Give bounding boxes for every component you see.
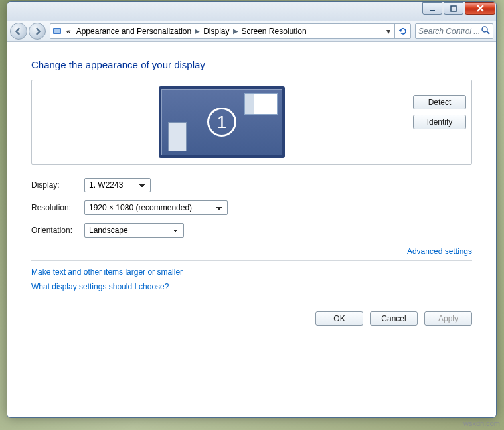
window-thumbnail-icon: [244, 93, 278, 115]
text-size-link[interactable]: Make text and other items larger or smal…: [31, 267, 183, 277]
search-placeholder: Search Control ...: [418, 27, 481, 36]
control-panel-window: « Appearance and Personalization ▶ Displ…: [7, 1, 497, 418]
chevron-right-icon: ▶: [194, 27, 201, 35]
titlebar: [7, 2, 496, 21]
display-preview: 1 Detect Identify: [31, 80, 472, 165]
help-link[interactable]: What display settings should I choose?: [31, 282, 169, 291]
svg-line-5: [487, 31, 489, 34]
separator: [31, 260, 472, 261]
minimize-button[interactable]: [422, 2, 442, 15]
maximize-button[interactable]: [444, 2, 463, 15]
breadcrumb-item-2[interactable]: Display: [201, 27, 232, 36]
identify-button[interactable]: Identify: [413, 115, 466, 129]
display-select[interactable]: 1. W2243: [84, 178, 151, 192]
watermark: wsxdn.com: [463, 419, 500, 427]
taskbar-thumbnail-icon: [168, 122, 187, 151]
orientation-select[interactable]: Landscape: [84, 223, 184, 238]
breadcrumb-dropdown[interactable]: ▾: [382, 27, 394, 36]
monitor-1[interactable]: 1: [159, 86, 285, 158]
orientation-label: Orientation:: [31, 226, 84, 235]
ok-button[interactable]: OK: [315, 311, 363, 326]
cancel-button[interactable]: Cancel: [370, 311, 418, 326]
search-icon: [481, 25, 490, 36]
content-area: Change the appearance of your display 1 …: [7, 42, 496, 417]
monitor-number: 1: [207, 107, 236, 137]
page-title: Change the appearance of your display: [31, 59, 472, 70]
breadcrumb-prefix: «: [64, 27, 74, 36]
resolution-label: Resolution:: [31, 203, 84, 212]
breadcrumb-item-3[interactable]: Screen Resolution: [239, 27, 309, 36]
svg-rect-1: [451, 6, 456, 11]
resolution-select[interactable]: 1920 × 1080 (recommended): [84, 200, 228, 215]
apply-button[interactable]: Apply: [424, 311, 472, 326]
forward-button[interactable]: [29, 23, 46, 40]
back-button[interactable]: [10, 23, 27, 40]
detect-button[interactable]: Detect: [413, 95, 466, 109]
control-panel-icon: [50, 26, 64, 36]
monitor-layout-area[interactable]: 1: [37, 86, 406, 159]
breadcrumb-item-1[interactable]: Appearance and Personalization: [74, 27, 194, 36]
close-button[interactable]: [465, 2, 495, 15]
chevron-right-icon: ▶: [232, 27, 239, 35]
svg-rect-0: [430, 10, 435, 11]
breadcrumb[interactable]: « Appearance and Personalization ▶ Displ…: [50, 23, 411, 39]
advanced-settings-link[interactable]: Advanced settings: [407, 247, 472, 256]
svg-rect-3: [54, 29, 60, 33]
nav-toolbar: « Appearance and Personalization ▶ Displ…: [7, 21, 496, 42]
refresh-button[interactable]: [394, 24, 410, 38]
display-label: Display:: [31, 180, 84, 190]
search-input[interactable]: Search Control ...: [415, 23, 493, 39]
svg-point-4: [482, 27, 487, 32]
